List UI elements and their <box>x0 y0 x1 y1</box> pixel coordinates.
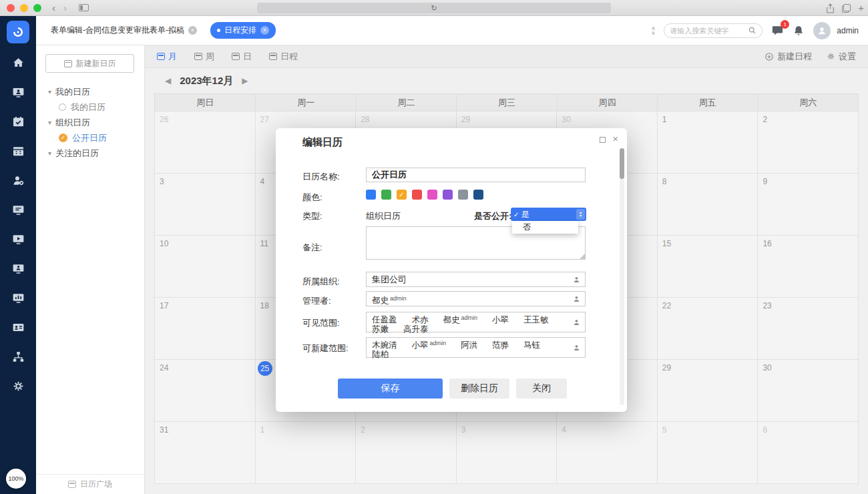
day-cell[interactable]: 3 <box>457 422 558 484</box>
dialog-maximize-icon[interactable] <box>600 137 606 143</box>
day-cell[interactable]: 26 <box>155 111 256 174</box>
day-cell[interactable]: 8 <box>658 174 758 236</box>
tree-group-header[interactable]: ▾组织日历 <box>36 115 144 130</box>
color-swatch[interactable] <box>427 190 437 200</box>
calendar-name-input[interactable] <box>366 168 586 182</box>
day-cell[interactable]: 23 <box>758 298 859 360</box>
monitor-icon[interactable] <box>0 203 36 217</box>
video-meeting-icon[interactable] <box>0 85 36 99</box>
new-tab-icon[interactable]: + <box>858 1 864 15</box>
day-cell[interactable]: 15 <box>658 236 758 298</box>
color-swatch[interactable]: ✓ <box>397 190 407 200</box>
monitor-chart-icon[interactable] <box>0 291 36 305</box>
org-picker-icon[interactable] <box>572 275 581 284</box>
search-icon[interactable] <box>748 26 756 35</box>
day-cell[interactable]: 10 <box>155 236 256 298</box>
delete-calendar-button[interactable]: 删除日历 <box>449 379 509 399</box>
day-cell[interactable]: 2 <box>356 422 457 484</box>
select-option[interactable]: 否 <box>512 221 578 234</box>
chevron-down-icon[interactable]: ∨ <box>651 31 655 35</box>
dialog-close-icon[interactable]: × <box>612 133 618 144</box>
public-select[interactable]: ✓是▴▾否 <box>511 208 586 234</box>
search-input[interactable] <box>670 27 745 35</box>
zoom-level-badge[interactable]: 100% <box>6 469 26 489</box>
manager-field[interactable]: 都史admin <box>366 291 586 306</box>
tree-group-header[interactable]: ▾关注的日历 <box>36 146 144 161</box>
org-field[interactable]: 集团公司 <box>366 272 586 287</box>
app-logo[interactable] <box>7 21 29 43</box>
window-zoom-button[interactable] <box>33 4 41 12</box>
tab-close-icon[interactable]: × <box>260 26 269 35</box>
settings-button[interactable]: 设置 <box>827 51 856 63</box>
day-cell[interactable]: 17 <box>155 298 256 360</box>
day-cell[interactable]: 3 <box>155 174 256 236</box>
day-cell[interactable]: 1 <box>256 422 357 484</box>
browser-forward-button[interactable]: › <box>63 1 67 15</box>
create-field[interactable]: 木婉清小翠admin阿洪范骅马钰陆柏 <box>366 337 586 358</box>
day-cell[interactable]: 22 <box>658 298 758 360</box>
new-calendar-button[interactable]: 新建新日历 <box>45 54 134 73</box>
day-cell[interactable]: 9 <box>758 174 859 236</box>
day-cell[interactable]: 31 <box>155 422 256 484</box>
user-gear-icon[interactable] <box>0 174 36 188</box>
day-cell[interactable]: 5 <box>658 422 758 484</box>
view-tab[interactable]: 周 <box>194 51 214 63</box>
tab-overview-icon[interactable] <box>842 4 851 13</box>
day-cell[interactable]: 30 <box>758 360 859 422</box>
schedule-check-icon[interactable] <box>0 115 36 129</box>
day-cell[interactable]: 1 <box>658 111 758 174</box>
day-cell[interactable]: 4 <box>557 422 658 484</box>
color-swatch[interactable] <box>381 190 391 200</box>
view-tab[interactable]: 日 <box>232 51 252 63</box>
header-tab[interactable]: 表单编辑-合同信息变更审批表单-拟稿× <box>51 25 197 36</box>
day-cell[interactable]: 29 <box>658 360 758 422</box>
select-spinner-icon[interactable]: ▴▾ <box>576 209 585 220</box>
color-swatch[interactable] <box>473 190 483 200</box>
color-swatch[interactable] <box>458 190 468 200</box>
window-close-button[interactable] <box>7 4 15 12</box>
calendar-square-link[interactable]: 日历广场 <box>36 474 144 494</box>
manager-picker-icon[interactable] <box>572 294 581 303</box>
color-swatch[interactable] <box>366 190 376 200</box>
day-cell[interactable]: 24 <box>155 360 256 422</box>
header-tab[interactable]: 日程安排× <box>210 22 276 39</box>
id-card-icon[interactable] <box>0 320 36 334</box>
home-icon[interactable] <box>0 56 36 70</box>
create-picker-icon[interactable] <box>572 343 581 352</box>
tab-close-icon[interactable]: × <box>188 26 197 35</box>
select-option[interactable]: ✓是▴▾ <box>511 208 586 221</box>
day-cell[interactable]: 2 <box>758 111 859 174</box>
share-icon[interactable] <box>826 3 835 13</box>
window-minimize-button[interactable] <box>20 4 28 12</box>
scrollbar-thumb[interactable] <box>620 148 624 179</box>
monitor-user-icon[interactable] <box>0 262 36 276</box>
dialog-scrollbar[interactable] <box>620 148 624 405</box>
close-button[interactable]: 关闭 <box>516 379 567 399</box>
messages-button[interactable]: 1 <box>771 24 784 37</box>
color-swatch[interactable] <box>443 190 453 200</box>
refresh-icon[interactable]: ↻ <box>431 3 437 13</box>
notifications-button[interactable] <box>793 25 805 37</box>
day-cell[interactable]: 16 <box>758 236 859 298</box>
visible-picker-icon[interactable] <box>572 318 581 326</box>
tree-item[interactable]: ✓公开日历 <box>36 130 144 146</box>
save-button[interactable]: 保存 <box>338 379 443 399</box>
avatar[interactable] <box>813 22 831 39</box>
calendar-icon[interactable] <box>0 144 36 158</box>
prev-month-icon[interactable]: ◀ <box>165 76 171 85</box>
browser-back-button[interactable]: ‹ <box>52 1 55 15</box>
next-month-icon[interactable]: ▶ <box>242 76 248 85</box>
view-tab[interactable]: 月 <box>157 51 177 63</box>
monitor-play-icon[interactable] <box>0 232 36 246</box>
tree-item[interactable]: 我的日历 <box>36 99 144 115</box>
tab-scroll-icons[interactable]: ∧∨ <box>651 26 655 35</box>
view-tab[interactable]: 日程 <box>269 51 298 63</box>
new-event-button[interactable]: 新建日程 <box>765 51 812 63</box>
day-cell[interactable]: 6 <box>758 422 859 484</box>
tree-group-header[interactable]: ▾我的日历 <box>36 84 144 99</box>
settings-icon[interactable] <box>0 379 36 393</box>
sidebar-toggle-icon[interactable] <box>79 4 89 11</box>
resize-handle-icon[interactable] <box>580 254 585 259</box>
org-chart-icon[interactable] <box>0 350 36 364</box>
visible-field[interactable]: 任盈盈术赤都史admin小翠王玉敏苏嫩高升泰 <box>366 312 586 332</box>
